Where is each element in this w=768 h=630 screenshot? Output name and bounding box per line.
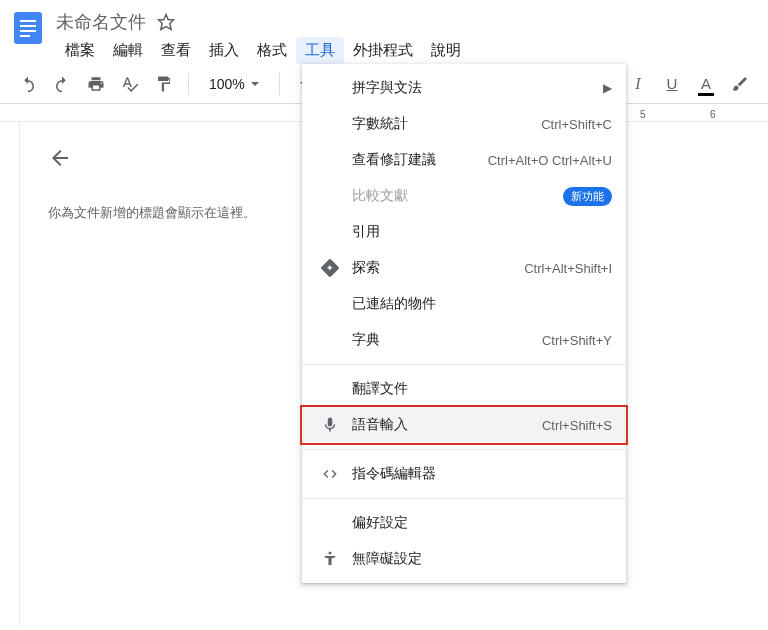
menu-編輯[interactable]: 編輯 bbox=[104, 37, 152, 64]
menu-item-label: 已連結的物件 bbox=[352, 295, 612, 313]
menu-item-字典[interactable]: 字典Ctrl+Shift+Y bbox=[302, 322, 626, 358]
menu-插入[interactable]: 插入 bbox=[200, 37, 248, 64]
menu-說明[interactable]: 說明 bbox=[422, 37, 470, 64]
undo-icon[interactable] bbox=[14, 70, 42, 98]
svg-rect-4 bbox=[20, 35, 30, 37]
menu-item-查看修訂建議[interactable]: 查看修訂建議Ctrl+Alt+O Ctrl+Alt+U bbox=[302, 142, 626, 178]
svg-rect-3 bbox=[20, 30, 36, 32]
zoom-select[interactable]: 100% bbox=[199, 72, 269, 96]
menu-item-語音輸入[interactable]: 語音輸入Ctrl+Shift+S bbox=[302, 407, 626, 443]
svg-point-8 bbox=[329, 552, 332, 555]
document-title[interactable]: 未命名文件 bbox=[56, 10, 146, 34]
menu-item-label: 比較文獻 bbox=[352, 187, 563, 205]
menu-item-label: 探索 bbox=[352, 259, 524, 277]
menu-item-已連結的物件[interactable]: 已連結的物件 bbox=[302, 286, 626, 322]
star-icon[interactable] bbox=[154, 10, 178, 34]
spellcheck-icon[interactable] bbox=[116, 70, 144, 98]
menu-檔案[interactable]: 檔案 bbox=[56, 37, 104, 64]
menu-外掛程式[interactable]: 外掛程式 bbox=[344, 37, 422, 64]
new-feature-badge: 新功能 bbox=[563, 187, 612, 206]
menu-item-比較文獻: 比較文獻新功能 bbox=[302, 178, 626, 214]
print-icon[interactable] bbox=[82, 70, 110, 98]
menu-item-引用[interactable]: 引用 bbox=[302, 214, 626, 250]
paint-format-icon[interactable] bbox=[150, 70, 178, 98]
menu-item-指令碼編輯器[interactable]: 指令碼編輯器 bbox=[302, 456, 626, 492]
menu-item-label: 查看修訂建議 bbox=[352, 151, 488, 169]
menu-item-偏好設定[interactable]: 偏好設定 bbox=[302, 505, 626, 541]
a11y-icon bbox=[316, 550, 344, 568]
menu-item-label: 無障礙設定 bbox=[352, 550, 612, 568]
italic-icon[interactable]: I bbox=[624, 70, 652, 98]
menu-item-字數統計[interactable]: 字數統計Ctrl+Shift+C bbox=[302, 106, 626, 142]
menu-工具[interactable]: 工具 bbox=[296, 37, 344, 64]
docs-logo-icon[interactable] bbox=[8, 8, 48, 48]
menu-item-翻譯文件[interactable]: 翻譯文件 bbox=[302, 371, 626, 407]
menu-separator bbox=[302, 364, 626, 365]
chevron-down-icon bbox=[251, 82, 259, 86]
ruler-mark: 6 bbox=[710, 109, 716, 120]
text-color-icon[interactable]: A bbox=[692, 70, 720, 98]
menu-shortcut: Ctrl+Shift+C bbox=[541, 117, 612, 132]
ruler-mark: 5 bbox=[640, 109, 646, 120]
header: 未命名文件 檔案編輯查看插入格式工具外掛程式說明 bbox=[0, 0, 768, 64]
zoom-value: 100% bbox=[209, 76, 245, 92]
menu-shortcut: Ctrl+Alt+O Ctrl+Alt+U bbox=[488, 153, 612, 168]
redo-icon[interactable] bbox=[48, 70, 76, 98]
mic-icon bbox=[316, 416, 344, 434]
tools-menu-dropdown: 拼字與文法▶字數統計Ctrl+Shift+C查看修訂建議Ctrl+Alt+O C… bbox=[302, 64, 626, 583]
explore-icon: ✦ bbox=[316, 259, 344, 277]
menu-item-無障礙設定[interactable]: 無障礙設定 bbox=[302, 541, 626, 577]
back-arrow-icon[interactable] bbox=[48, 146, 284, 176]
menu-item-label: 字數統計 bbox=[352, 115, 541, 133]
menu-格式[interactable]: 格式 bbox=[248, 37, 296, 64]
menu-separator bbox=[302, 449, 626, 450]
menu-item-label: 引用 bbox=[352, 223, 612, 241]
menu-item-探索[interactable]: ✦探索Ctrl+Alt+Shift+I bbox=[302, 250, 626, 286]
submenu-arrow-icon: ▶ bbox=[603, 81, 612, 95]
menu-shortcut: Ctrl+Alt+Shift+I bbox=[524, 261, 612, 276]
menu-shortcut: Ctrl+Shift+S bbox=[542, 418, 612, 433]
menu-separator bbox=[302, 498, 626, 499]
svg-rect-0 bbox=[14, 12, 42, 44]
menu-item-label: 偏好設定 bbox=[352, 514, 612, 532]
menu-item-label: 語音輸入 bbox=[352, 416, 542, 434]
code-icon bbox=[316, 466, 344, 482]
menu-item-label: 翻譯文件 bbox=[352, 380, 612, 398]
menu-item-label: 字典 bbox=[352, 331, 542, 349]
separator bbox=[279, 73, 280, 95]
menu-item-label: 指令碼編輯器 bbox=[352, 465, 612, 483]
svg-text:✦: ✦ bbox=[326, 263, 334, 273]
highlight-color-icon[interactable] bbox=[726, 70, 754, 98]
separator bbox=[188, 73, 189, 95]
menu-item-label: 拼字與文法 bbox=[352, 79, 603, 97]
outline-panel: 你為文件新增的標題會顯示在這裡。 bbox=[20, 122, 312, 626]
svg-rect-2 bbox=[20, 25, 36, 27]
menu-查看[interactable]: 查看 bbox=[152, 37, 200, 64]
menubar: 檔案編輯查看插入格式工具外掛程式說明 bbox=[56, 36, 768, 64]
outline-placeholder: 你為文件新增的標題會顯示在這裡。 bbox=[48, 204, 284, 222]
vertical-ruler[interactable] bbox=[0, 122, 20, 626]
svg-marker-5 bbox=[159, 15, 174, 30]
svg-rect-1 bbox=[20, 20, 36, 22]
menu-shortcut: Ctrl+Shift+Y bbox=[542, 333, 612, 348]
menu-item-拼字與文法[interactable]: 拼字與文法▶ bbox=[302, 70, 626, 106]
underline-icon[interactable]: U bbox=[658, 70, 686, 98]
